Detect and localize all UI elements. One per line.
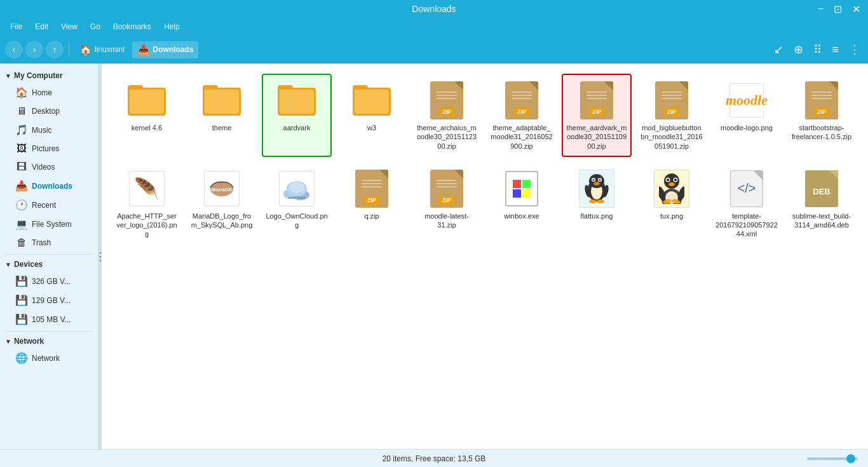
svg-point-20 xyxy=(597,200,604,203)
file-label-template: template-201679210905792244.xml xyxy=(715,212,778,239)
xml-icon-template: </> xyxy=(726,168,767,209)
drive2-icon: 💾 xyxy=(15,294,28,306)
file-item-theme-aardvark[interactable]: ZIP theme_aardvark_moodle30_2015110900.z… xyxy=(562,74,632,157)
slider-thumb xyxy=(846,454,855,463)
toolbar-arrow-icon[interactable]: ↙ xyxy=(771,40,786,59)
svg-point-29 xyxy=(674,179,677,181)
file-label-sublime: sublime-text_build-3114_amd64.deb xyxy=(790,212,853,230)
mariadb-icon: MariaDB xyxy=(201,168,242,209)
moodle-logo-icon: moodle xyxy=(726,80,767,121)
zip-icon-q: ZIP xyxy=(351,168,392,209)
file-label-moodle-latest: moodle-latest-31.zip xyxy=(416,212,478,230)
sidebar-dev2-label: 129 GB V... xyxy=(32,296,71,305)
file-item-startbootstrap[interactable]: ZIP startbootstrap-freelancer-1.0.5.zip xyxy=(787,74,857,157)
breadcrumb-home[interactable]: 🏠 linuxmint xyxy=(74,41,130,58)
file-label-theme-aardvark: theme_aardvark_moodle30_2015110900.zip xyxy=(566,123,628,151)
toolbar-grid-view-icon[interactable]: ⠿ xyxy=(811,40,824,59)
resize-handle[interactable] xyxy=(98,64,102,449)
file-item-owncloud[interactable]: ownCloud Logo_OwnCloud.png xyxy=(262,162,332,245)
file-label-owncloud: Logo_OwnCloud.png xyxy=(266,212,328,230)
toolbar-more-icon[interactable]: ⋮ xyxy=(846,40,863,59)
zip-icon-mod-bigblue: ZIP xyxy=(651,80,692,121)
pictures-icon: 🖼 xyxy=(15,143,28,154)
folder-icon-theme xyxy=(201,80,242,121)
breadcrumb-home-label: linuxmint xyxy=(95,45,125,54)
menu-file[interactable]: File xyxy=(5,20,27,34)
file-item-mariadb[interactable]: MariaDB MariaDB_Logo_from_SkySQL_Ab.png xyxy=(187,162,257,245)
sidebar-item-dev3[interactable]: 💾 105 MB V... xyxy=(3,310,95,328)
network-arrow: ▼ xyxy=(5,338,11,345)
file-item-moodle-latest[interactable]: ZIP moodle-latest-31.zip xyxy=(412,162,482,245)
file-item-aardvark[interactable]: aardvark xyxy=(262,74,332,157)
up-button[interactable]: ↑ xyxy=(46,41,64,58)
file-item-winbox[interactable]: winbox.exe xyxy=(487,162,557,245)
sidebar-item-filesystem[interactable]: 💻 File System xyxy=(3,215,95,233)
file-item-theme-archaius[interactable]: ZIP theme_archaius_moodle30_2015112300.z… xyxy=(412,74,482,157)
sidebar-item-home[interactable]: 🏠 Home xyxy=(3,83,95,102)
file-label-theme-adaptable: theme_adaptable_moodle31_2016052900.zip xyxy=(491,123,553,151)
sidebar: ▼ My Computer 🏠 Home 🖥 Desktop 🎵 Music 🖼… xyxy=(0,64,98,449)
window-title: Downloads xyxy=(412,4,456,14)
file-item-template[interactable]: </> template-201679210905792244.xml xyxy=(712,162,782,245)
minimize-button[interactable]: − xyxy=(815,2,826,16)
file-label-startbootstrap: startbootstrap-freelancer-1.0.5.zip xyxy=(790,123,853,142)
sidebar-item-music[interactable]: 🎵 Music xyxy=(3,121,95,139)
tux-icon-flat xyxy=(576,168,617,209)
file-item-theme-adaptable[interactable]: ZIP theme_adaptable_moodle31_2016052900.… xyxy=(487,74,557,157)
sidebar-pictures-label: Pictures xyxy=(32,144,59,153)
menu-help[interactable]: Help xyxy=(159,20,185,34)
svg-point-19 xyxy=(589,200,597,203)
sidebar-divider-1 xyxy=(5,254,93,255)
resize-dots xyxy=(99,252,101,261)
file-item-apache[interactable]: 🪶 Apache_HTTP_server_logo_(2016).png xyxy=(112,162,182,245)
desktop-icon: 🖥 xyxy=(15,105,28,117)
sidebar-item-trash[interactable]: 🗑 Trash xyxy=(3,234,95,252)
my-computer-section[interactable]: ▼ My Computer xyxy=(0,69,98,83)
sidebar-item-recent[interactable]: 🕐 Recent xyxy=(3,196,95,214)
file-item-theme[interactable]: theme xyxy=(187,74,257,157)
file-label-mariadb: MariaDB_Logo_from_SkySQL_Ab.png xyxy=(191,212,253,230)
sidebar-item-downloads[interactable]: 📥 Downloads xyxy=(3,177,95,195)
file-item-moodle-logo[interactable]: moodle moodle-logo.png xyxy=(712,74,782,157)
sidebar-home-label: Home xyxy=(32,88,52,97)
breadcrumb-downloads[interactable]: 📥 Downloads xyxy=(132,41,198,58)
menu-edit[interactable]: Edit xyxy=(30,20,53,34)
sidebar-item-dev1[interactable]: 💾 326 GB V... xyxy=(3,272,95,290)
svg-point-17 xyxy=(599,179,601,180)
toolbar-separator xyxy=(69,42,69,57)
file-item-sublime[interactable]: DEB sublime-text_build-3114_amd64.deb xyxy=(787,162,857,245)
downloads-breadcrumb-icon: 📥 xyxy=(137,44,150,56)
zoom-slider[interactable] xyxy=(807,457,858,460)
network-section[interactable]: ▼ Network xyxy=(0,334,98,348)
file-item-mod-bigblue[interactable]: ZIP mod_bigbluebuttonbn_moodle31_2016051… xyxy=(637,74,707,157)
sidebar-item-videos[interactable]: 🎞 Videos xyxy=(3,158,95,176)
forward-button[interactable]: › xyxy=(25,41,43,58)
file-item-q-zip[interactable]: ZIP q.zip xyxy=(337,162,407,245)
sidebar-dev1-label: 326 GB V... xyxy=(32,277,71,286)
sidebar-dev3-label: 105 MB V... xyxy=(32,315,71,324)
close-button[interactable]: ✕ xyxy=(850,2,863,17)
toolbar-list-view-icon[interactable]: ≡ xyxy=(829,41,841,59)
file-label-w3: w3 xyxy=(367,123,376,132)
file-item-w3[interactable]: w3 xyxy=(337,74,407,157)
sidebar-item-network[interactable]: 🌐 Network xyxy=(3,349,95,367)
file-item-tux[interactable]: tux.png xyxy=(637,162,707,245)
zip-icon-theme-adaptable: ZIP xyxy=(501,80,542,121)
back-button[interactable]: ‹ xyxy=(5,41,23,58)
sidebar-item-pictures[interactable]: 🖼 Pictures xyxy=(3,140,95,158)
toolbar-location-icon[interactable]: ⊕ xyxy=(791,40,806,59)
devices-arrow: ▼ xyxy=(5,261,11,268)
devices-section[interactable]: ▼ Devices xyxy=(0,257,98,271)
menu-bookmarks[interactable]: Bookmarks xyxy=(108,20,156,34)
menubar: File Edit View Go Bookmarks Help xyxy=(0,18,868,36)
file-label-apache: Apache_HTTP_server_logo_(2016).png xyxy=(116,212,178,239)
file-item-flattux[interactable]: flattux.png xyxy=(562,162,632,245)
svg-rect-10 xyxy=(522,189,531,198)
sidebar-music-label: Music xyxy=(32,126,51,135)
file-item-kernel[interactable]: kernel 4.6 xyxy=(112,74,182,157)
menu-view[interactable]: View xyxy=(56,20,83,34)
sidebar-item-dev2[interactable]: 💾 129 GB V... xyxy=(3,291,95,309)
sidebar-item-desktop[interactable]: 🖥 Desktop xyxy=(3,102,95,120)
maximize-button[interactable]: ⊡ xyxy=(831,2,844,17)
menu-go[interactable]: Go xyxy=(85,20,105,34)
